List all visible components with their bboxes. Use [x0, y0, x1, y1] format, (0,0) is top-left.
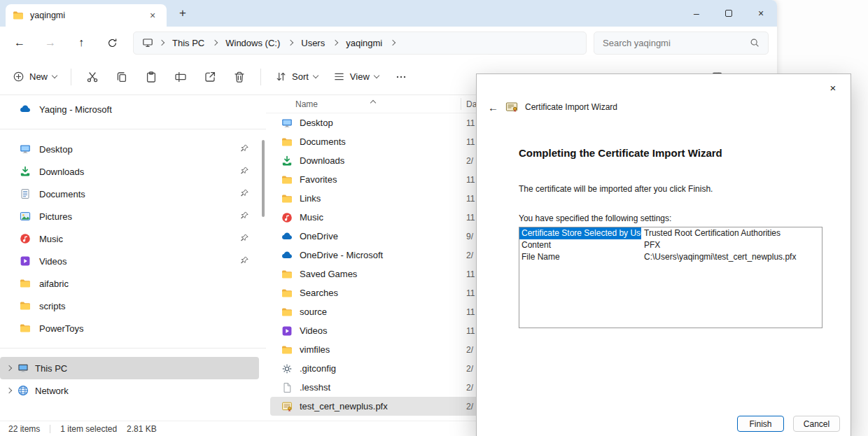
certificate-icon [505, 101, 518, 113]
search-input[interactable] [603, 38, 750, 48]
this-pc-icon [18, 363, 29, 374]
file-name: Videos [300, 325, 328, 336]
more-options-button[interactable] [387, 64, 415, 90]
view-button[interactable]: View [326, 64, 386, 90]
back-button[interactable]: ← [4, 30, 35, 55]
cancel-button[interactable]: Cancel [793, 416, 840, 432]
sidebar-divider [0, 348, 266, 349]
file-name: test_cert_newplus.pfx [300, 401, 388, 412]
sidebar-scrollbar[interactable] [262, 140, 265, 217]
setting-key[interactable]: File Name [519, 251, 641, 263]
sidebar-item-desktop[interactable]: Desktop [0, 138, 259, 160]
file-date: 2/ [466, 383, 473, 393]
status-size: 2.81 KB [127, 424, 157, 434]
breadcrumb-item[interactable]: yaqingmi [344, 38, 384, 48]
sidebar-item-network[interactable]: Network [0, 379, 259, 402]
rename-icon [174, 71, 187, 83]
forward-button[interactable]: → [35, 30, 66, 55]
delete-icon [233, 71, 246, 83]
sidebar-item-scripts[interactable]: scripts [0, 295, 259, 317]
folder-icon [13, 10, 24, 21]
folder-icon [20, 278, 31, 289]
sidebar-item-onedrive[interactable]: Yaqing - Microsoft [0, 98, 259, 120]
maximize-icon [725, 10, 732, 17]
new-button[interactable]: New [6, 64, 64, 90]
close-button[interactable]: × [745, 0, 777, 27]
maximize-button[interactable] [713, 0, 745, 27]
settings-row[interactable]: Content PFX [519, 239, 822, 251]
expand-chevron-icon[interactable] [6, 365, 12, 371]
more-icon [395, 71, 407, 83]
delete-button[interactable] [225, 64, 253, 90]
certificate-file-icon [281, 401, 293, 412]
sort-button[interactable]: Sort [268, 64, 325, 90]
breadcrumb-item[interactable]: Windows (C:) [223, 38, 282, 48]
chevron-down-icon [52, 73, 57, 78]
folder-icon [281, 193, 293, 204]
desktop-icon [281, 118, 293, 129]
sidebar-item-label: Yaqing - Microsoft [39, 104, 112, 115]
file-name: OneDrive [300, 231, 338, 241]
folder-icon [281, 307, 293, 318]
breadcrumb-item[interactable]: This PC [170, 38, 206, 48]
pin-icon [239, 166, 249, 178]
dialog-body: Completing the Certificate Import Wizard… [477, 147, 850, 328]
search-box [594, 31, 769, 55]
setting-key[interactable]: Content [519, 239, 641, 251]
dialog-back-button[interactable]: ← [488, 101, 498, 113]
settings-listbox[interactable]: Certificate Store Selected by User Trust… [519, 227, 822, 328]
plus-circle-icon [13, 71, 24, 83]
sidebar-item-pictures[interactable]: Pictures [0, 205, 259, 227]
pin-icon [239, 143, 249, 155]
tab-close-icon[interactable]: × [146, 8, 160, 22]
rename-button[interactable] [167, 64, 195, 90]
share-button[interactable] [196, 64, 224, 90]
column-header-name[interactable]: Name [295, 99, 318, 109]
finish-button[interactable]: Finish [737, 416, 784, 432]
sidebar-item-music[interactable]: Music [0, 227, 259, 250]
sidebar-item-label: Network [35, 386, 69, 396]
refresh-button[interactable] [97, 30, 127, 55]
setting-key-selected[interactable]: Certificate Store Selected by User [519, 227, 641, 239]
column-divider[interactable] [461, 98, 461, 110]
navigation-pane: Yaqing - Microsoft Desktop Downloads Doc… [0, 95, 266, 421]
wizard-heading: Completing the Certificate Import Wizard [519, 147, 808, 159]
onedrive-cloud-icon [281, 250, 293, 261]
file-date: 11 [466, 137, 475, 147]
file-name: source [300, 307, 327, 317]
settings-row[interactable]: Certificate Store Selected by User Trust… [519, 227, 822, 239]
sidebar-item-videos[interactable]: Videos [0, 250, 259, 272]
address-bar[interactable]: This PC Windows (C:) Users yaqingmi [133, 31, 587, 55]
sidebar-item-this-pc[interactable]: This PC [0, 357, 259, 379]
copy-button[interactable] [108, 64, 136, 90]
sidebar-item-documents[interactable]: Documents [0, 183, 259, 205]
explorer-tab[interactable]: yaqingmi × [6, 4, 167, 27]
pin-icon [239, 211, 249, 223]
expand-chevron-icon[interactable] [6, 388, 12, 393]
cut-icon [86, 71, 99, 83]
breadcrumb-chevron-icon [212, 40, 218, 45]
sidebar-item-powertoys[interactable]: PowerToys [0, 317, 259, 339]
settings-row[interactable]: File Name C:\Users\yaqingmi\test_cert_ne… [519, 251, 822, 263]
minimize-button[interactable]: – [680, 0, 713, 27]
paste-button[interactable] [137, 64, 165, 90]
up-button[interactable]: ↑ [66, 30, 97, 55]
cut-button[interactable] [78, 64, 106, 90]
dialog-footer: Finish Cancel [737, 416, 840, 432]
share-icon [204, 71, 216, 83]
sidebar-item-label: Downloads [39, 167, 84, 177]
videos-icon [281, 325, 293, 337]
navigation-bar: ← → ↑ This PC Windows (C:) Users yaqingm… [0, 27, 777, 59]
breadcrumb-item[interactable]: Users [299, 38, 327, 48]
file-date: 2/ [466, 156, 473, 166]
view-icon [333, 71, 345, 83]
setting-value: PFX [641, 239, 660, 251]
dialog-close-button[interactable]: × [824, 80, 842, 95]
new-tab-button[interactable]: + [171, 3, 195, 24]
tab-bar: yaqingmi × + – × [0, 0, 777, 27]
folder-icon [20, 300, 31, 311]
gear-icon [281, 363, 293, 374]
sidebar-item-downloads[interactable]: Downloads [0, 160, 259, 183]
certificate-import-wizard-dialog: × ← Certificate Import Wizard Completing… [476, 73, 851, 436]
sidebar-item-aifabric[interactable]: aifabric [0, 272, 259, 295]
